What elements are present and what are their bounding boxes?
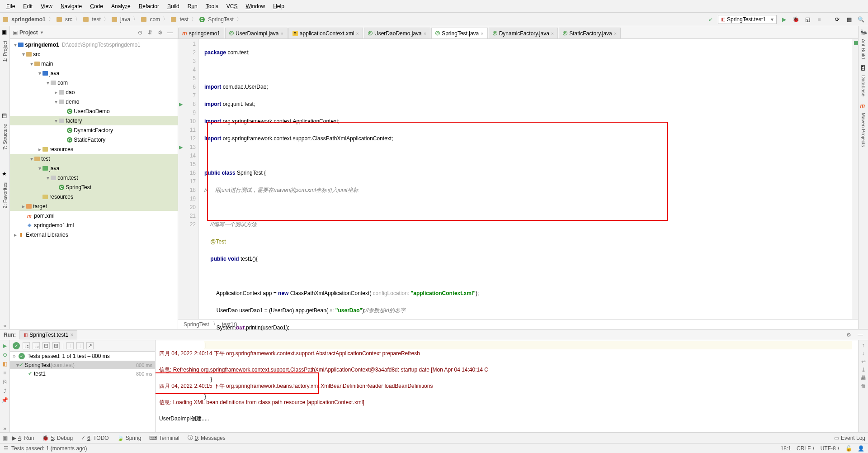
debug-tw-tab[interactable]: 🐞 5: Debug — [38, 434, 76, 442]
run-gutter-icon[interactable]: ▶ — [179, 143, 183, 152]
tree-row[interactable]: ▸ resources — [10, 144, 178, 154]
maven-icon[interactable]: m — [860, 103, 867, 109]
project-panel-title[interactable]: Project ▾ — [19, 29, 135, 36]
tree-row-external[interactable]: ▸▮ External Libraries — [10, 230, 178, 239]
editor-scrollbar[interactable] — [852, 39, 858, 319]
print-icon[interactable]: 🖶 — [860, 375, 867, 381]
close-icon[interactable]: × — [614, 31, 617, 36]
close-icon[interactable]: × — [280, 31, 283, 36]
run-panel-tab[interactable]: ◧SpringTest.test1× — [19, 330, 77, 339]
exit-icon[interactable]: ⤴ — [1, 387, 9, 395]
database-icon[interactable]: 🗄 — [860, 65, 867, 72]
tree-row[interactable]: ▾ factory — [10, 116, 178, 125]
bc-java[interactable]: java — [112, 16, 130, 23]
file-encoding[interactable]: UTF-8 ⫶ — [821, 445, 840, 452]
tree-row[interactable]: ▾ demo — [10, 97, 178, 106]
tab-springdemo1[interactable]: mspringdemo1 — [178, 28, 224, 38]
expand-all-icon[interactable]: ⊟ — [42, 342, 50, 349]
test-tree[interactable]: ▾✔SpringTest (com.test)800 ms ✔test1800 … — [10, 361, 155, 432]
menu-code[interactable]: Code — [86, 2, 107, 10]
spring-tw-tab[interactable]: 🍃 Spring — [113, 434, 145, 442]
more-icon[interactable]: » — [1, 425, 9, 432]
bc-pkg[interactable]: test — [171, 16, 189, 23]
maven-projects-tab[interactable]: Maven Projects — [860, 110, 867, 150]
bottom-strip-more-icon[interactable]: ▣ — [3, 435, 8, 441]
tree-row-module[interactable]: ▾ springdemo1D:\code\SpringTest\springde… — [10, 40, 178, 49]
line-separator[interactable]: CRLF ⫶ — [797, 445, 815, 452]
menu-help[interactable]: Help — [269, 2, 288, 10]
menu-window[interactable]: Window — [242, 2, 269, 10]
gear-icon[interactable]: ⚙ — [156, 29, 164, 37]
ant-icon[interactable]: 🐜 — [860, 29, 867, 35]
dump-threads-icon[interactable]: ⎘ — [1, 378, 9, 386]
favorites-tw-tab[interactable]: 2: Favorites — [1, 180, 9, 211]
database-tab[interactable]: Database — [860, 72, 867, 99]
tool-strip-more-icon[interactable]: » — [3, 323, 6, 329]
collapse-all-icon[interactable]: ⇵ — [146, 29, 154, 37]
tree-row[interactable]: ▾ com — [10, 78, 178, 87]
up-icon[interactable]: ↑ — [860, 342, 867, 348]
tree-row[interactable]: C SpringTest — [10, 182, 178, 192]
event-log-button[interactable]: ▭ Event Log — [834, 435, 865, 441]
tree-row[interactable]: ▸ dao — [10, 87, 178, 97]
run-config-select[interactable]: ◧ SpringTest.test1 ▾ — [718, 15, 777, 24]
favorites-tw-icon[interactable]: ★ — [2, 171, 8, 177]
stop-icon[interactable]: ■ — [1, 369, 9, 377]
scroll-from-source-icon[interactable]: ⊙ — [136, 29, 144, 37]
clear-icon[interactable]: 🗑 — [860, 383, 867, 389]
tab-appcontext[interactable]: ⚙applicationContext.xml× — [288, 28, 363, 38]
search-everywhere-icon[interactable]: 🔍 — [856, 15, 865, 24]
tree-row[interactable]: ▾ java — [10, 163, 178, 173]
pass-filter-icon[interactable]: ✓ — [13, 342, 20, 349]
structure-icon[interactable]: ▦ — [844, 15, 854, 24]
project-tree[interactable]: ▾ springdemo1D:\code\SpringTest\springde… — [10, 39, 178, 329]
menu-tools[interactable]: Tools — [202, 2, 222, 10]
tab-dynamicfactory[interactable]: ⓒDynamicFactory.java× — [489, 28, 558, 38]
project-tw-icon[interactable]: ▣ — [2, 29, 8, 35]
update-project-icon[interactable]: ⟳ — [833, 15, 842, 24]
close-icon[interactable]: × — [481, 31, 483, 36]
menu-build[interactable]: Build — [164, 2, 183, 10]
bc-com[interactable]: com — [141, 16, 160, 23]
tab-userdaoimpl[interactable]: ⓒUserDaoImpl.java× — [225, 28, 288, 38]
collapse-all-icon[interactable]: ⊞ — [52, 342, 60, 349]
down-icon[interactable]: ↓ — [76, 342, 84, 349]
tree-row[interactable]: ◆ springdemo1.iml — [10, 220, 178, 230]
run-tw-tab[interactable]: ▶ 4: Run — [9, 434, 38, 442]
menu-vcs[interactable]: VCS — [223, 2, 241, 10]
test-case-row[interactable]: ✔test1800 ms — [10, 369, 155, 378]
run-button[interactable]: ▶ — [779, 15, 788, 24]
rerun-icon[interactable]: ▶ — [1, 342, 9, 349]
up-icon[interactable]: ↑ — [66, 342, 74, 349]
menu-navigate[interactable]: Navigate — [57, 2, 85, 10]
tree-row[interactable]: ▾ main — [10, 59, 178, 68]
menu-file[interactable]: FFileile — [3, 2, 19, 10]
tree-row[interactable]: ▸ target — [10, 201, 178, 211]
close-icon[interactable]: × — [70, 332, 73, 338]
soft-wrap-icon[interactable]: ↩ — [860, 358, 867, 365]
build-hammer-icon[interactable]: ↙ — [706, 15, 715, 24]
coverage-button[interactable]: ◱ — [803, 15, 812, 24]
caret-position[interactable]: 18:1 — [781, 445, 791, 452]
close-icon[interactable]: × — [424, 31, 426, 36]
code-editor[interactable]: package com.test; import com.dao.UserDao… — [199, 39, 852, 319]
tree-row[interactable]: ▾ src — [10, 49, 178, 59]
toggle-autotest-icon[interactable]: ⊙ — [1, 351, 9, 358]
project-tw-tab[interactable]: 1: Project — [1, 38, 9, 64]
ant-build-tab[interactable]: Ant Build — [860, 36, 867, 62]
bc-class[interactable]: C SpringTest — [199, 16, 234, 23]
pin-icon[interactable]: 📌 — [1, 396, 9, 404]
down-icon[interactable]: ↓ — [860, 350, 867, 357]
toggle-breakpoints-icon[interactable]: ◧ — [1, 360, 9, 367]
tree-row[interactable]: m pom.xml — [10, 211, 178, 220]
tree-row[interactable]: ▾ test — [10, 154, 178, 163]
bc-test[interactable]: test — [83, 16, 101, 23]
todo-tw-tab[interactable]: ✓ 6: TODO — [77, 434, 113, 442]
export-icon[interactable]: ↗ — [86, 342, 94, 349]
bc-src[interactable]: src — [57, 16, 72, 23]
tab-springtest[interactable]: ⓒSpringTest.java× — [431, 28, 487, 38]
structure-tw-icon[interactable]: ▤ — [2, 112, 8, 119]
hide-panel-icon[interactable]: — — [856, 332, 864, 338]
tree-row[interactable]: ▾ java — [10, 68, 178, 78]
editor-gutter[interactable]: 1234567 ▶8 9101112 ▶13 14151617181920212… — [178, 39, 199, 319]
